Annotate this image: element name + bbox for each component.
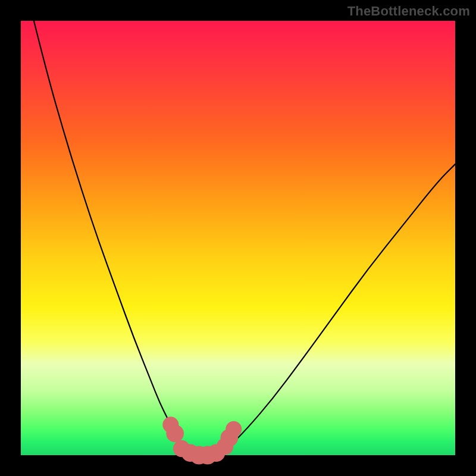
minimum-marker — [166, 425, 184, 443]
curve-layer — [21, 21, 455, 455]
chart-frame: TheBottleneck.com — [0, 0, 476, 476]
minimum-markers — [162, 416, 242, 464]
bottleneck-curve — [34, 21, 455, 455]
minimum-marker — [226, 421, 242, 437]
plot-area — [21, 21, 455, 455]
watermark-text: TheBottleneck.com — [347, 4, 470, 19]
